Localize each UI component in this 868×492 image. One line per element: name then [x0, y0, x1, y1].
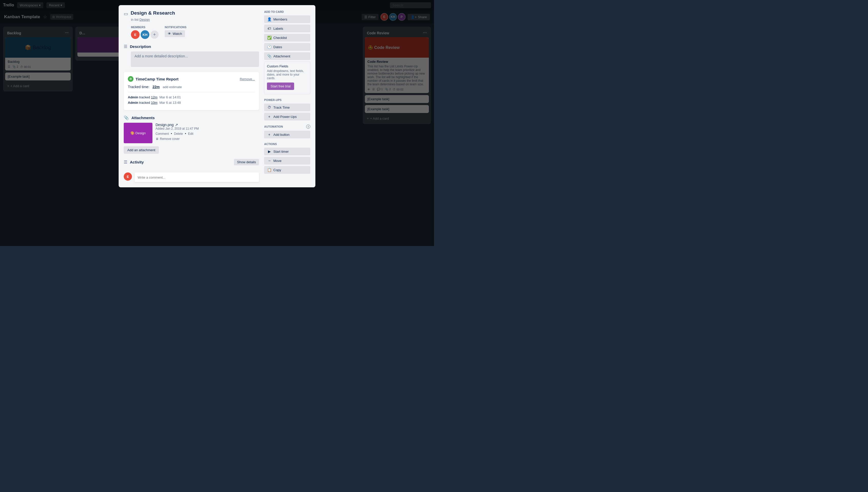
notifications-section: Notifications 👁 Watch — [165, 26, 186, 39]
attach-btn-icon: 📎 — [267, 54, 271, 58]
member-avatars: E KH + — [131, 30, 159, 39]
copy-button[interactable]: 📋 Copy — [264, 166, 310, 174]
description-title: Description — [130, 44, 151, 49]
members-icon: 👤 — [267, 17, 271, 21]
members-section: Members E KH + — [131, 26, 159, 39]
show-details-button[interactable]: Show details — [234, 159, 259, 165]
comment-input[interactable] — [134, 172, 259, 182]
modal-title: Design & Research — [131, 10, 259, 16]
plus-icon: + — [267, 115, 271, 119]
attachments-section: 📎 Attachments 🎨 Design Design.png ↗ Adde… — [124, 115, 259, 154]
activity-section-header: ☰ Activity — [124, 159, 144, 165]
add-estimate-button[interactable]: add estimate — [163, 85, 182, 89]
description-placeholder[interactable]: Add a more detailed description... — [131, 51, 259, 67]
attachments-section-header: 📎 Attachments — [124, 115, 259, 120]
entry-amount-2[interactable]: 10m — [151, 101, 157, 104]
comment-row: E — [124, 172, 259, 182]
attachment-sidebar-button[interactable]: 📎 Attachment — [264, 52, 310, 60]
attachment-date: Added Jan 2, 2019 at 11:47 PM — [155, 127, 259, 130]
timecamp-title: TimeCamp Time Report — [135, 77, 179, 81]
tracked-value[interactable]: 22m — [152, 85, 160, 89]
notifications-label: Notifications — [165, 26, 186, 29]
modal-sidebar: Add to card 👤 Members 🏷 Labels ✅ Checkli… — [264, 10, 310, 182]
member-avatar-kh[interactable]: KH — [141, 30, 149, 39]
custom-fields-header: Custom Fields — [267, 64, 307, 68]
attachment-info: Design.png ↗ Added Jan 2, 2019 at 11:47 … — [155, 123, 259, 141]
dates-icon: 🕐 — [267, 45, 271, 49]
tracked-time-row: Tracked time: 22m add estimate — [128, 85, 255, 92]
actions-section-title: Actions — [264, 143, 310, 146]
modal-list-ref: in list Design — [131, 18, 259, 22]
modal-overlay: ▭ Design & Research in list Design Membe… — [0, 0, 434, 246]
activity-title: Activity — [130, 160, 144, 164]
member-avatar-e[interactable]: E — [131, 30, 139, 39]
checklist-icon: ✅ — [267, 35, 271, 40]
timecamp-entry-2: Admin tracked 10m Mar 6 at 13:48 — [128, 101, 255, 104]
timer-icon: ⏱ — [267, 105, 271, 109]
automation-info-icon[interactable]: i — [306, 125, 310, 129]
tracked-label: Tracked time: — [128, 85, 149, 89]
entry-action-1: tracked — [139, 95, 151, 99]
activity-section: ☰ Activity Show details E — [124, 159, 259, 182]
remove-cover-button[interactable]: 🖥 Remove cover — [155, 137, 180, 141]
automation-section: Automation i — [264, 125, 310, 129]
custom-fields-desc: Add dropdowns, text fields, dates, and m… — [267, 69, 307, 80]
add-button-icon: + — [267, 132, 271, 137]
timecamp-widget: ⏱ TimeCamp Time Report Remove... Tracked… — [124, 72, 259, 110]
members-sidebar-button[interactable]: 👤 Members — [264, 16, 310, 23]
custom-fields-box: Custom Fields Add dropdowns, text fields… — [264, 62, 310, 94]
edit-link[interactable]: Edit — [188, 132, 194, 136]
timecamp-logo: ⏱ — [128, 76, 133, 82]
add-to-card-title: Add to card — [264, 10, 310, 13]
entry-user-1: Admin — [128, 95, 138, 99]
move-icon: → — [267, 158, 271, 163]
start-timer-button[interactable]: ▶ Start timer — [264, 148, 310, 155]
labels-icon: 🏷 — [267, 26, 271, 30]
timecamp-remove-button[interactable]: Remove... — [240, 77, 255, 81]
add-member-button[interactable]: + — [150, 30, 159, 39]
comment-link[interactable]: Comment — [155, 132, 169, 136]
timecamp-header: ⏱ TimeCamp Time Report Remove... — [128, 76, 255, 82]
modal-main: ▭ Design & Research in list Design Membe… — [124, 10, 259, 182]
watch-label: Watch — [173, 32, 182, 35]
delete-link[interactable]: Delete — [174, 132, 183, 136]
entry-action-2: tracked — [139, 101, 151, 104]
members-notif-row: Members E KH + Notifications 👁 Watch — [131, 26, 259, 39]
attachment-links: Comment • Delete • Edit — [155, 132, 259, 136]
card-icon: ▭ — [124, 11, 128, 17]
eye-icon: 👁 — [168, 32, 171, 35]
start-free-trial-button[interactable]: Start free trial — [267, 82, 294, 90]
play-icon: ▶ — [267, 149, 271, 153]
attachment-icon: 📎 — [124, 115, 129, 120]
labels-sidebar-button[interactable]: 🏷 Labels — [264, 25, 310, 32]
track-time-button[interactable]: ⏱ Track Time — [264, 103, 310, 111]
add-button-button[interactable]: + Add button — [264, 131, 310, 139]
external-link-icon: ↗ — [175, 123, 178, 127]
members-label: Members — [131, 26, 159, 29]
timecamp-title-row: ⏱ TimeCamp Time Report — [128, 76, 179, 82]
timecamp-entry-1: Admin tracked 12m Mar 6 at 14:01 — [128, 95, 255, 99]
card-modal: ▭ Design & Research in list Design Membe… — [119, 5, 315, 187]
attachment-item-1: 🎨 Design Design.png ↗ Added Jan 2, 2019 … — [124, 123, 259, 143]
entry-amount-1[interactable]: 12m — [151, 95, 157, 99]
attachment-thumb: 🎨 Design — [124, 123, 152, 143]
checklist-sidebar-button[interactable]: ✅ Checklist — [264, 34, 310, 42]
watch-button[interactable]: 👁 Watch — [165, 30, 185, 37]
list-ref-link[interactable]: Design — [139, 18, 150, 22]
add-power-ups-button[interactable]: + Add Power-Ups — [264, 113, 310, 120]
power-ups-title: Power-Ups — [264, 98, 310, 101]
modal-title-row: ▭ Design & Research — [124, 10, 259, 17]
comment-avatar: E — [124, 172, 132, 181]
move-button[interactable]: → Move — [264, 157, 310, 165]
activity-header-row: ☰ Activity Show details — [124, 159, 259, 165]
monitor-icon: 🖥 — [155, 137, 159, 141]
activity-icon: ☰ — [124, 159, 127, 165]
description-placeholder-text: Add a more detailed description... — [134, 54, 188, 58]
dates-sidebar-button[interactable]: 🕐 Dates — [264, 43, 310, 51]
copy-icon: 📋 — [267, 168, 271, 172]
entry-user-2: Admin — [128, 101, 138, 104]
entry-date-2: Mar 6 at 13:48 — [159, 101, 181, 104]
description-section-header: ☰ Description — [124, 44, 259, 49]
attachments-title: Attachments — [131, 116, 155, 120]
add-attachment-button[interactable]: Add an attachment — [124, 146, 159, 154]
